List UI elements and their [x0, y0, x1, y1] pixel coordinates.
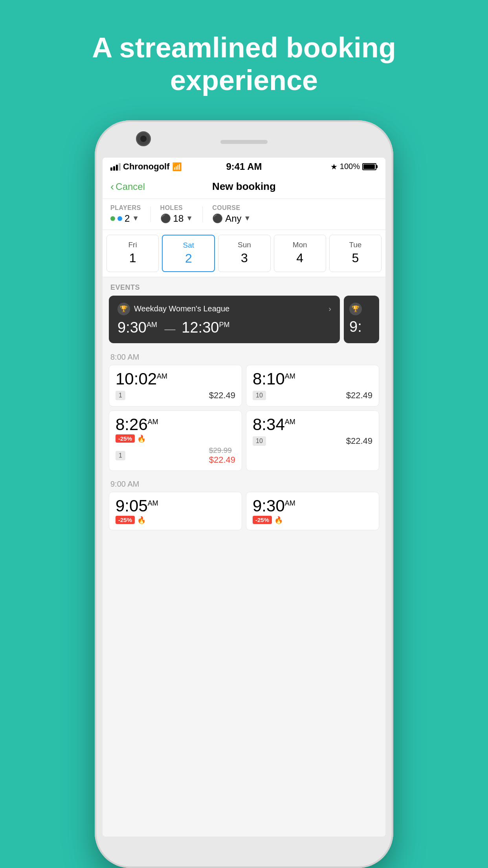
slot-time-display: 9:30AM	[253, 498, 372, 514]
holes-filter[interactable]: HOLES ⚫ 18 ▼	[160, 204, 193, 224]
event-card-2[interactable]: 🏆 9:	[344, 296, 379, 343]
course-value: ⚫ Any ▼	[212, 213, 251, 224]
phone-mockup: Chronogolf 📶 9:41 AM ★ 100% ‹ Cance	[95, 120, 393, 868]
date-day-num: 4	[296, 251, 303, 265]
date-day-num: 2	[185, 251, 192, 266]
event-name: Weekday Women's League	[134, 304, 229, 313]
main-content: EVENTS 🏆 Weekday Women's League ›	[103, 277, 385, 837]
players-chevron-icon: ▼	[132, 214, 139, 223]
events-row: 🏆 Weekday Women's League › 9:30AM —	[103, 296, 385, 348]
fire-icon: 🔥	[137, 516, 146, 524]
slot-930[interactable]: 9:30AM -25% 🔥	[246, 492, 379, 530]
discount-badge: -25%	[116, 516, 135, 524]
slot-ampm: AM	[285, 499, 295, 507]
slots-grid-9am: 9:05AM -25% 🔥 9:30AM -25%	[103, 492, 385, 534]
discount-badge: -25%	[116, 434, 135, 443]
holes-chevron-icon: ▼	[186, 214, 193, 223]
event-time-range: 9:30AM — 12:30PM	[117, 319, 331, 336]
status-left: Chronogolf 📶	[110, 162, 182, 172]
time-header-9am: 9:00 AM	[103, 475, 385, 492]
slot-badge: 1	[116, 451, 125, 460]
players-label: PLAYERS	[110, 204, 141, 211]
course-label: COURSE	[212, 204, 251, 211]
date-fri-1[interactable]: Fri 1	[106, 235, 159, 272]
date-day-num: 1	[129, 251, 136, 265]
slot-footer: 1 $29.99 $22.49	[116, 446, 235, 465]
date-picker: Fri 1 Sat 2 Sun 3 Mon 4 Tue 5	[103, 230, 385, 277]
slot-time-display: 10:02AM	[116, 371, 235, 387]
date-day-label: Sat	[183, 241, 194, 250]
status-bar: Chronogolf 📶 9:41 AM ★ 100%	[103, 158, 385, 175]
screen: Chronogolf 📶 9:41 AM ★ 100% ‹ Cance	[103, 158, 385, 837]
player-dot-2	[117, 216, 122, 221]
cancel-button[interactable]: ‹ Cancel	[110, 180, 145, 193]
slot-time-display: 8:10AM	[253, 371, 372, 387]
event-start-time: 9:30AM	[117, 319, 161, 336]
event-card-1[interactable]: 🏆 Weekday Women's League › 9:30AM —	[109, 296, 340, 343]
slot-834[interactable]: 8:34AM 10 $22.49	[246, 410, 379, 471]
slots-grid-8am: 10:02AM 1 $22.49 8:10AM 10	[103, 365, 385, 475]
filter-separator-2	[202, 206, 203, 222]
discount-row: -25% 🔥	[116, 434, 235, 443]
slot-1002[interactable]: 10:02AM 1 $22.49	[109, 365, 242, 406]
players-count: 2	[125, 213, 130, 224]
date-sat-2[interactable]: Sat 2	[162, 235, 215, 272]
slot-time-display: 8:26AM	[116, 416, 235, 433]
holes-label: HOLES	[160, 204, 193, 211]
holes-value: ⚫ 18 ▼	[160, 213, 193, 224]
trophy-icon: 🏆	[117, 303, 130, 315]
players-value: 2 ▼	[110, 213, 141, 224]
event-end-ampm: PM	[219, 321, 229, 329]
course-pin-icon: ⚫	[212, 213, 223, 224]
holes-pin-icon: ⚫	[160, 213, 171, 224]
filter-separator-1	[150, 206, 151, 222]
date-sun-3[interactable]: Sun 3	[218, 235, 270, 272]
phone-shell: Chronogolf 📶 9:41 AM ★ 100% ‹ Cance	[95, 120, 393, 868]
slot-ampm: AM	[285, 372, 295, 380]
bluetooth-icon: ★	[330, 162, 338, 171]
slot-ampm: AM	[285, 418, 295, 426]
date-day-num: 5	[352, 251, 359, 265]
players-filter[interactable]: PLAYERS 2 ▼	[110, 204, 141, 224]
event-chevron-icon: ›	[328, 304, 331, 313]
wifi-icon: 📶	[172, 162, 182, 171]
holes-count: 18	[173, 213, 184, 224]
nav-bar: ‹ Cancel New booking	[103, 175, 385, 199]
sale-price: $22.49	[209, 455, 235, 465]
date-day-num: 3	[241, 251, 248, 265]
slot-826[interactable]: 8:26AM -25% 🔥 1 $29.99 $22.49	[109, 410, 242, 471]
slot-badge: 10	[253, 436, 266, 446]
date-mon-4[interactable]: Mon 4	[274, 235, 326, 272]
front-camera	[136, 131, 151, 146]
player-dot-1	[110, 216, 115, 221]
signal-bars	[110, 163, 121, 171]
slot-905[interactable]: 9:05AM -25% 🔥	[109, 492, 242, 530]
event-2-time: 9:	[349, 318, 374, 335]
slot-time-display: 8:34AM	[253, 416, 372, 433]
event-title-row: 🏆 Weekday Women's League	[117, 303, 229, 315]
date-day-label: Mon	[293, 241, 307, 249]
course-filter[interactable]: COURSE ⚫ Any ▼	[212, 204, 251, 224]
time-header-8am: 8:00 AM	[103, 348, 385, 365]
slot-ampm: AM	[157, 372, 167, 380]
status-time: 9:41 AM	[226, 161, 262, 172]
back-chevron-icon: ‹	[110, 180, 114, 193]
status-right: ★ 100%	[330, 162, 378, 171]
discount-row: -25% 🔥	[116, 516, 235, 524]
filters-bar: PLAYERS 2 ▼ HOLES ⚫ 18 ▼	[103, 199, 385, 230]
date-tue-5[interactable]: Tue 5	[329, 235, 382, 272]
battery-icon	[362, 163, 378, 170]
cancel-label: Cancel	[116, 181, 145, 192]
slot-price: $22.49	[346, 390, 372, 401]
trophy-icon-2: 🏆	[349, 303, 362, 315]
slot-810[interactable]: 8:10AM 10 $22.49	[246, 365, 379, 406]
discount-row: -25% 🔥	[253, 516, 372, 524]
battery-percentage: 100%	[340, 162, 360, 171]
hero-title: A streamlined booking experience	[0, 31, 488, 97]
original-price: $29.99	[209, 446, 235, 455]
slot-footer: 10 $22.49	[253, 390, 372, 401]
event-start-ampm: AM	[147, 321, 157, 329]
slot-badge: 10	[253, 391, 266, 400]
date-day-label: Sun	[238, 241, 251, 249]
slot-price: $22.49	[346, 436, 372, 446]
